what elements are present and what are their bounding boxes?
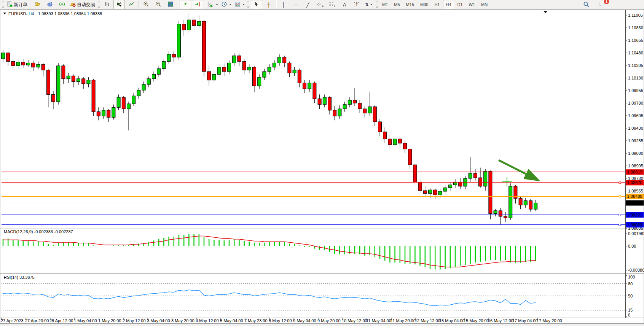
timeframe-button-M5[interactable]: M5 bbox=[391, 0, 402, 9]
crosshair-button[interactable]: ┼ bbox=[263, 0, 274, 9]
svg-text:1.09605: 1.09605 bbox=[628, 113, 643, 118]
candle bbox=[187, 20, 191, 30]
chart-profile-button[interactable] bbox=[32, 0, 43, 9]
equidistant-channel-button[interactable]: E bbox=[314, 0, 326, 9]
candle bbox=[16, 62, 20, 66]
svg-text:11 May 20:00: 11 May 20:00 bbox=[391, 318, 416, 323]
candle bbox=[82, 79, 85, 84]
svg-text:12 May 12:00: 12 May 12:00 bbox=[415, 318, 440, 323]
chat-button[interactable]: 1 bbox=[596, 0, 607, 9]
quick-trade-toggle-icon[interactable] bbox=[3, 13, 6, 14]
candle bbox=[429, 190, 432, 193]
candle bbox=[328, 97, 332, 110]
auto-scroll-button[interactable] bbox=[180, 0, 191, 9]
candle bbox=[473, 173, 477, 178]
candle bbox=[368, 107, 371, 113]
toolbar-grip[interactable] bbox=[2, 2, 4, 8]
timeframe-button-M1[interactable]: M1 bbox=[379, 0, 391, 9]
toolbar-separator bbox=[276, 1, 276, 8]
arrows-button[interactable]: ⇅ bbox=[363, 0, 375, 9]
trendline-button[interactable]: ╱ bbox=[302, 0, 314, 9]
rsi-pane: 1008050150 bbox=[2, 275, 635, 317]
search-button[interactable] bbox=[580, 0, 592, 9]
new-order-button[interactable]: 新订单 bbox=[5, 0, 29, 9]
candle bbox=[298, 70, 301, 83]
timeframe-button-M30[interactable]: M30 bbox=[418, 0, 431, 9]
candle bbox=[418, 182, 422, 191]
svg-text:1.10480: 1.10480 bbox=[628, 51, 643, 55]
svg-text:11 May 04:00: 11 May 04:00 bbox=[366, 318, 391, 323]
timeframe-group: M1M5M15M30H1H4D1W1MN bbox=[379, 0, 491, 9]
toolbar-grip[interactable] bbox=[98, 2, 100, 8]
navigator-button[interactable] bbox=[56, 0, 68, 9]
indicators-icon bbox=[208, 1, 214, 8]
candle bbox=[308, 83, 311, 89]
horizontal-line-button[interactable]: ─ bbox=[290, 0, 301, 9]
svg-text:27 Apr 20:00: 27 Apr 20:00 bbox=[25, 318, 49, 323]
indicators-button[interactable] bbox=[207, 0, 219, 9]
notification-badge: 1 bbox=[604, 0, 609, 5]
candle bbox=[479, 178, 482, 186]
timeframe-button-H1[interactable]: H1 bbox=[432, 0, 442, 9]
candle bbox=[157, 68, 161, 74]
vertical-line-icon: │ bbox=[282, 2, 285, 7]
candle bbox=[57, 66, 60, 102]
candle bbox=[127, 104, 131, 109]
candle bbox=[122, 97, 125, 109]
tile-windows-button[interactable] bbox=[165, 0, 176, 9]
chart-shift-button[interactable] bbox=[192, 0, 203, 9]
fibonacci-button[interactable]: F bbox=[327, 0, 338, 9]
timeframe-button-M15[interactable]: M15 bbox=[403, 0, 417, 9]
level-lines[interactable]: 1.088191.086701.084801.083881.082211.080… bbox=[2, 169, 644, 227]
templates-button[interactable] bbox=[233, 0, 246, 9]
trend-arrow-annotation[interactable] bbox=[499, 160, 538, 180]
timeframe-button-W1[interactable]: W1 bbox=[466, 0, 478, 9]
toolbar-grip[interactable] bbox=[376, 2, 378, 8]
svg-text:1.09780: 1.09780 bbox=[628, 101, 643, 105]
svg-text:0: 0 bbox=[628, 313, 630, 317]
timeframe-button-H4[interactable]: H4 bbox=[443, 0, 454, 9]
timeframe-button-D1[interactable]: D1 bbox=[455, 0, 465, 9]
auto-trading-button[interactable]: 自动交易 bbox=[69, 0, 96, 9]
rsi-line bbox=[3, 290, 536, 306]
periods-button[interactable] bbox=[220, 0, 233, 9]
candle bbox=[489, 171, 492, 213]
candle bbox=[494, 211, 497, 214]
candle bbox=[112, 107, 115, 117]
text-button[interactable]: A bbox=[339, 0, 350, 9]
candles bbox=[2, 13, 537, 225]
candle bbox=[253, 67, 256, 86]
cross-marker-annotation[interactable] bbox=[502, 177, 512, 186]
svg-text:100: 100 bbox=[628, 275, 635, 279]
date-axis[interactable]: 27 Apr 202327 Apr 20:0028 Apr 12:001 May… bbox=[1, 318, 562, 323]
market-watch-button[interactable] bbox=[44, 0, 56, 9]
zoom-out-button[interactable] bbox=[153, 0, 164, 9]
svg-text:1.10655: 1.10655 bbox=[628, 38, 643, 43]
new-order-label: 新订单 bbox=[14, 2, 27, 8]
toolbar-separator bbox=[30, 1, 30, 8]
bar-chart-button[interactable] bbox=[101, 0, 113, 9]
clock-icon bbox=[221, 1, 227, 8]
svg-text:1 May 20:00: 1 May 20:00 bbox=[98, 318, 121, 323]
svg-text:1.08670: 1.08670 bbox=[627, 180, 642, 185]
line-chart-button[interactable] bbox=[126, 0, 137, 9]
channel-icon bbox=[316, 1, 322, 8]
candle bbox=[41, 64, 45, 70]
timeframe-button-MN[interactable]: MN bbox=[478, 0, 490, 9]
vertical-line-button[interactable]: │ bbox=[278, 0, 289, 9]
toolbar-grip[interactable] bbox=[247, 2, 249, 8]
text-label-button[interactable]: T bbox=[351, 0, 362, 9]
chart-canvas[interactable]: EURUSD-,H4 1.08393 1.08396 1.08364 1.083… bbox=[0, 0, 644, 326]
zoom-in-button[interactable] bbox=[140, 0, 152, 9]
svg-text:3 May 04:00: 3 May 04:00 bbox=[147, 318, 170, 323]
svg-text:3 May 20:00: 3 May 20:00 bbox=[171, 318, 194, 323]
chart-shift-marker-icon[interactable] bbox=[544, 11, 547, 13]
cursor-button[interactable] bbox=[251, 0, 262, 9]
candle bbox=[499, 211, 502, 216]
candlestick-chart-button[interactable] bbox=[113, 0, 125, 9]
candle bbox=[233, 56, 236, 63]
candle bbox=[278, 57, 281, 63]
dropdown-caret-icon bbox=[370, 4, 373, 5]
svg-text:8 May 12:00: 8 May 12:00 bbox=[269, 318, 292, 323]
text-icon: A bbox=[343, 2, 346, 7]
